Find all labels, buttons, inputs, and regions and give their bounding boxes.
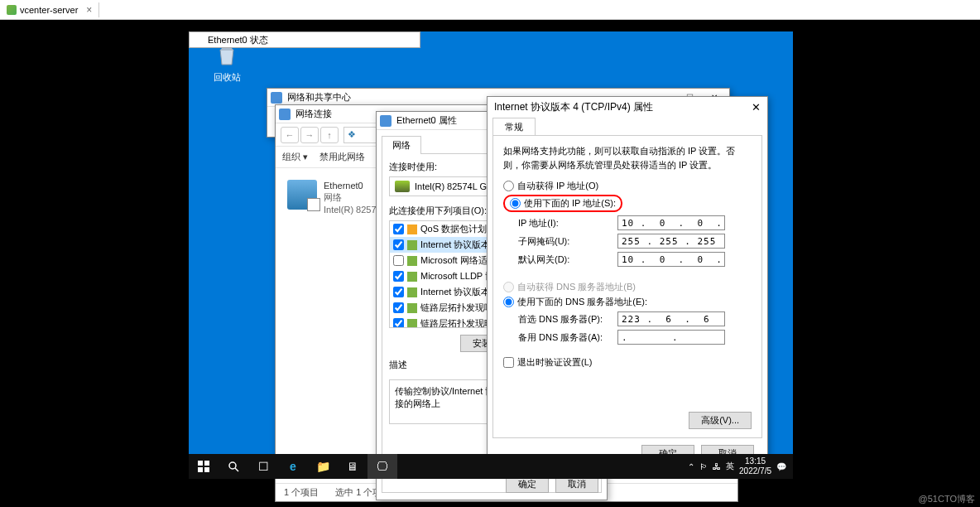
gateway-input[interactable] [617,252,725,267]
search-button[interactable] [219,454,248,479]
use-ip-highlight: 使用下面的 IP 地址(S): [503,195,622,212]
file-explorer-icon[interactable]: 📁 [308,454,338,479]
adapter-device: Intel(R) 8257 [324,204,377,215]
taskbar-clock[interactable]: 13:15 2022/7/5 [739,456,771,476]
dns1-input[interactable] [617,311,725,326]
ipv4-properties-dialog: Internet 协议版本 4 (TCP/IPv4) 属性 ✕ 常规 如果网络支… [487,96,768,466]
system-tray: ⌃ 🏳 🖧 英 13:15 2022/7/5 💬 [681,456,793,476]
radio-use-dns[interactable]: 使用下面的 DNS 服务器地址(E): [503,296,752,308]
protocol-icon [407,256,417,266]
ip-address-input[interactable] [617,215,725,230]
protocol-checkbox[interactable] [393,287,404,297]
taskbar-time: 13:15 [739,456,771,466]
network-connections-title: 网络连接 [295,108,332,120]
protocol-icon [407,287,417,297]
protocol-icon [407,272,417,282]
svg-point-4 [229,462,236,469]
protocol-checkbox[interactable] [393,224,404,234]
recycle-bin-label: 回收站 [214,72,241,82]
back-button[interactable]: ← [281,127,299,143]
auto-ip-radio[interactable] [503,181,514,191]
up-button[interactable]: ↑ [320,127,339,143]
nic-icon [395,181,410,192]
radio-auto-dns: 自动获得 DNS 服务器地址(B) [503,281,752,293]
protocol-icon [407,240,417,250]
advanced-button[interactable]: 高级(V)... [689,412,752,429]
dns2-label: 备用 DNS 服务器(A): [518,331,617,344]
tray-network-icon[interactable]: 🖧 [713,462,721,471]
organize-menu[interactable]: 组织 ▾ [282,151,308,163]
taskbar: ☐ e 📁 🖥 🖵 ⌃ 🏳 🖧 英 13:15 2022/7/5 💬 [189,454,793,479]
network-connections-icon [279,109,291,120]
close-icon[interactable]: × [86,4,92,16]
protocol-checkbox[interactable] [393,271,404,282]
ipv4-dialog-title: Internet 协议版本 4 (TCP/IPv4) 属性 [494,100,653,114]
network-adapter-icon [287,180,317,210]
ethernet-properties-icon [380,115,392,127]
protocol-icon [407,303,417,313]
browser-tab-bar: vcenter-server × [0,0,980,20]
ipv4-info-text: 如果网络支持此功能，则可以获取自动指派的 IP 设置。否则，你需要从网络系统管理… [503,144,752,171]
item-count: 1 个项目 [284,486,319,499]
svg-line-5 [235,468,238,471]
tab-general[interactable]: 常规 [492,118,536,136]
remote-desktop: 回收站 网络和共享中心 — ☐ ✕ 网络连接 ← → ↑ ❖ [189,31,793,479]
task-view-button[interactable]: ☐ [248,454,278,479]
dns1-label: 首选 DNS 服务器(P): [518,313,617,326]
adapter-name: Ethernet0 [324,180,377,191]
forward-button[interactable]: → [300,127,319,143]
use-dns-label: 使用下面的 DNS 服务器地址(E): [517,296,647,308]
dns2-input[interactable] [617,330,725,345]
validate-label: 退出时验证设置(L) [517,356,592,369]
adapter-netname: 网络 [324,191,377,203]
protocol-checkbox[interactable] [393,239,404,250]
use-dns-radio[interactable] [503,297,514,307]
taskbar-app-2[interactable]: 🖵 [368,454,397,479]
auto-ip-label: 自动获得 IP 地址(O) [517,180,598,192]
protocol-checkbox[interactable] [393,318,404,328]
notifications-icon[interactable]: 💬 [776,462,786,471]
protocol-icon [407,319,417,329]
subnet-mask-label: 子网掩码(U): [518,235,617,248]
start-button[interactable] [189,454,219,479]
ip-address-label: IP 地址(I): [518,217,617,229]
ie-icon[interactable]: e [278,454,308,479]
svg-rect-2 [198,467,203,472]
network-center-icon [271,92,282,104]
recycle-bin-icon[interactable]: 回收站 [202,41,252,84]
protocol-checkbox[interactable] [393,255,404,266]
use-ip-radio[interactable] [510,198,521,209]
radio-auto-ip[interactable]: 自动获得 IP 地址(O) [503,180,752,192]
taskbar-app-1[interactable]: 🖥 [338,454,368,479]
subnet-mask-input[interactable] [617,234,725,249]
ethernet-properties-title: Ethernet0 属性 [396,114,457,127]
svg-rect-3 [204,467,209,472]
auto-dns-label: 自动获得 DNS 服务器地址(B) [517,281,636,293]
ime-indicator[interactable]: 英 [726,461,734,472]
network-center-title: 网络和共享中心 [287,91,351,104]
protocol-icon [407,225,417,234]
browser-tab[interactable]: vcenter-server × [0,2,99,17]
browser-tab-title: vcenter-server [20,5,78,15]
taskbar-date: 2022/7/5 [739,466,771,476]
watermark: @51CTO博客 [919,493,975,505]
tab-network[interactable]: 网络 [382,136,421,154]
disable-network-button[interactable]: 禁用此网络 [319,151,365,163]
protocol-checkbox[interactable] [393,302,404,313]
use-ip-label: 使用下面的 IP 地址(S): [524,197,616,210]
tray-flag-icon[interactable]: 🏳 [699,462,708,471]
vcenter-favicon [7,5,17,15]
close-button[interactable]: ✕ [752,101,761,113]
tray-up-icon[interactable]: ⌃ [688,462,694,471]
svg-rect-0 [198,461,203,466]
validate-checkbox[interactable] [503,357,514,368]
gateway-label: 默认网关(D): [518,254,617,266]
auto-dns-radio [503,282,514,292]
svg-rect-1 [204,461,209,466]
